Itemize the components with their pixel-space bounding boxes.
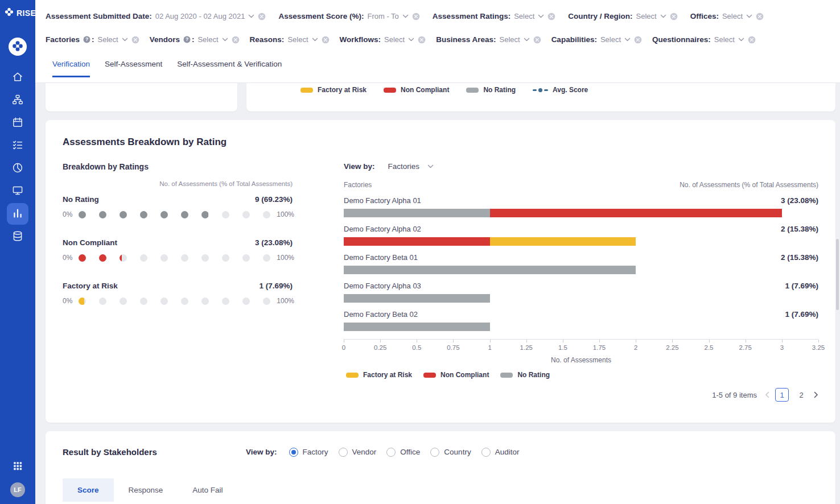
chevron-down-icon[interactable]	[312, 38, 318, 42]
sidebar-item-apps-grid[interactable]	[7, 456, 28, 477]
axis-tick-label: 2.25	[666, 344, 678, 351]
clear-filter-icon[interactable]	[131, 36, 139, 44]
filter-value[interactable]: Select	[384, 35, 405, 44]
sidebar-item-pie-chart[interactable]	[7, 158, 28, 179]
bar[interactable]	[344, 294, 818, 303]
chevron-down-icon[interactable]	[427, 164, 434, 168]
chevron-right-icon[interactable]	[814, 391, 818, 398]
axis-tick-label: 1.5	[558, 344, 567, 351]
rating-dot	[242, 211, 250, 218]
clear-filter-icon[interactable]	[748, 36, 756, 44]
filter-label: Assessment Ratings:	[433, 12, 510, 20]
clear-filter-icon[interactable]	[547, 13, 555, 20]
sidebar-item-home[interactable]	[7, 67, 28, 88]
chevron-down-icon[interactable]	[524, 38, 530, 42]
chevron-down-icon[interactable]	[122, 38, 128, 42]
filter-value[interactable]: Select	[600, 35, 621, 44]
radio-office[interactable]: Office	[386, 448, 420, 457]
scrollbar-thumb[interactable]	[836, 239, 839, 310]
filter-row-1: Assessment Submitted Date:02 Aug 2020 - …	[35, 0, 840, 20]
filter-value[interactable]: Select	[499, 35, 520, 44]
monitor-icon	[12, 185, 23, 198]
chevron-down-icon[interactable]	[538, 14, 544, 18]
filter-value[interactable]: 02 Aug 2020 - 02 Aug 2021	[155, 12, 245, 20]
sidebar-item-monitor[interactable]	[7, 180, 28, 202]
axis-tick-label: 1.25	[520, 344, 533, 351]
rating-dot	[120, 211, 127, 218]
radio-auditor[interactable]: Auditor	[481, 448, 520, 457]
filter-assessment-score: Assessment Score (%):From - To	[278, 12, 419, 20]
chevron-down-icon[interactable]	[408, 38, 414, 42]
rating-dot	[140, 254, 147, 262]
view-by-label: View by:	[246, 448, 277, 456]
bar[interactable]	[344, 323, 818, 331]
clear-filter-icon[interactable]	[322, 36, 330, 44]
filter-value[interactable]: Select	[287, 35, 308, 44]
filter-factories: Factories?:Select	[46, 35, 139, 44]
filter-value[interactable]: Select	[714, 35, 735, 44]
filter-value[interactable]: Select	[98, 35, 118, 44]
sidebar-item-checklist[interactable]	[7, 135, 28, 156]
bar[interactable]	[344, 209, 818, 217]
clear-filter-icon[interactable]	[634, 36, 642, 44]
clear-filter-icon[interactable]	[232, 36, 240, 44]
tab-auto-fail[interactable]: Auto Fail	[178, 478, 237, 502]
avatar[interactable]: LF	[10, 482, 25, 497]
chevron-left-icon[interactable]	[765, 391, 769, 398]
rating-dot	[79, 254, 86, 262]
clear-filter-icon[interactable]	[670, 13, 678, 20]
tab-response[interactable]: Response	[114, 478, 178, 502]
help-icon[interactable]: ?	[183, 36, 191, 43]
clear-filter-icon[interactable]	[418, 36, 426, 44]
tab-self-assessment[interactable]: Self-Assessment	[105, 60, 162, 77]
clear-filter-icon[interactable]	[756, 13, 764, 20]
axis-tick	[672, 340, 673, 342]
radio-vendor[interactable]: Vendor	[339, 448, 377, 457]
filter-value[interactable]: From - To	[367, 12, 398, 20]
tab-score[interactable]: Score	[63, 478, 114, 502]
view-by-select[interactable]: Factories	[388, 162, 420, 171]
axis-tick	[746, 340, 746, 342]
filter-value[interactable]: Select	[636, 12, 657, 20]
pagination-summary: 1-5 of 9 items	[712, 391, 757, 399]
clear-filter-icon[interactable]	[258, 13, 266, 20]
help-icon[interactable]: ?	[83, 36, 90, 43]
legend-item-avg-score: Avg. Score	[533, 86, 588, 94]
bar[interactable]	[344, 237, 818, 246]
filter-value[interactable]: Select	[722, 12, 743, 20]
sidebar-item-calendar[interactable]	[7, 112, 28, 134]
chevron-down-icon[interactable]	[624, 38, 631, 42]
clear-filter-icon[interactable]	[533, 36, 541, 44]
legend-swatch	[346, 373, 359, 378]
sidebar-item-bar-chart[interactable]	[7, 203, 28, 225]
filter-value[interactable]: Select	[514, 12, 534, 20]
page-button-2[interactable]: 2	[794, 388, 808, 402]
tab-self-assessment-verification[interactable]: Self-Assessment & Verification	[177, 60, 282, 77]
legend-item-factory-at-risk: Factory at Risk	[346, 371, 412, 379]
legend-swatch	[423, 373, 436, 378]
rating-label: No Rating	[63, 195, 99, 204]
scale-max-label: 100%	[277, 297, 294, 305]
axis-tick-label: 0	[342, 344, 345, 351]
app-logo[interactable]: RISE	[0, 0, 36, 18]
sidebar-item-hierarchy[interactable]	[7, 89, 28, 111]
tab-verification[interactable]: Verification	[52, 60, 90, 77]
radio-factory[interactable]: Factory	[289, 448, 328, 457]
chevron-down-icon[interactable]	[222, 38, 228, 42]
chevron-down-icon[interactable]	[738, 38, 744, 42]
org-logo[interactable]	[9, 38, 27, 56]
chevron-down-icon[interactable]	[248, 14, 254, 18]
column-header: No. of Assessments (% of Total Assessmen…	[63, 180, 293, 187]
filter-value[interactable]: Select	[197, 35, 218, 44]
chevron-down-icon[interactable]	[660, 14, 666, 18]
sidebar-item-database[interactable]	[7, 226, 28, 247]
clear-filter-icon[interactable]	[412, 13, 420, 20]
view-by-radio-group: FactoryVendorOfficeCountryAuditor	[289, 448, 520, 457]
bar[interactable]	[344, 266, 818, 274]
chevron-down-icon[interactable]	[746, 14, 752, 18]
card-title: Result by Stakeholders	[63, 447, 246, 457]
page-button-1[interactable]: 1	[775, 388, 789, 402]
sidebar-bottom: LF	[7, 455, 28, 504]
chevron-down-icon[interactable]	[402, 14, 409, 18]
radio-country[interactable]: Country	[430, 448, 471, 457]
